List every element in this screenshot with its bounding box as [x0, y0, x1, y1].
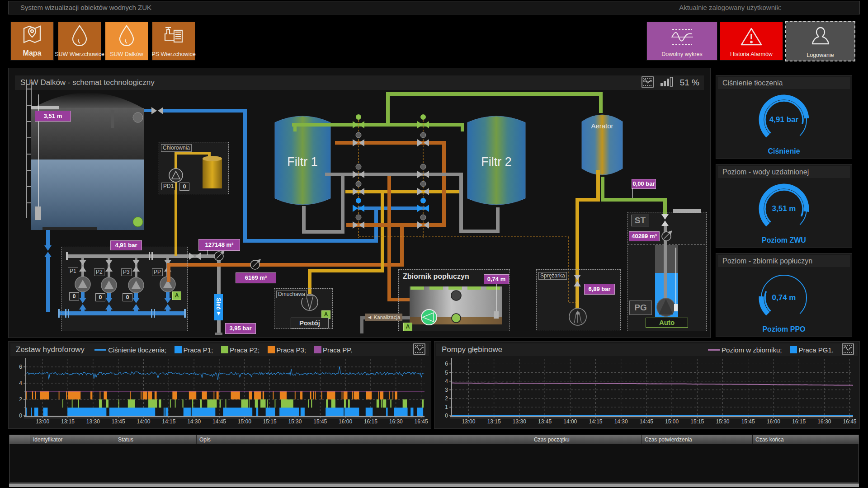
nav-button-suw-wierzchowice[interactable]: SUW Wierzchowice	[58, 22, 101, 61]
legend-item: Praca P1;	[175, 346, 213, 354]
pump-p1-state: 0	[69, 292, 79, 300]
status-band-segment	[273, 391, 274, 399]
legend-square-swatch	[314, 346, 321, 353]
chart-title: Zestaw hydroforowy	[16, 345, 85, 354]
status-band-segment	[66, 391, 67, 399]
alarm-table[interactable]: Identyfikator Status Opis Czas początku …	[9, 435, 859, 483]
gauge-value: 0,74 m	[716, 293, 852, 302]
legend-square-swatch	[221, 346, 228, 353]
status-band-segment	[366, 391, 372, 399]
pg-mode: Auto	[646, 318, 688, 328]
status-band-segment	[104, 391, 107, 399]
chart-title: Pompy głębinowe	[442, 345, 502, 354]
pump-pp-label: PP	[152, 268, 163, 276]
washings-pump-mode: A	[403, 323, 412, 331]
action-button-dowolny-wykres[interactable]: Dowolny wykres	[646, 22, 717, 61]
alarm-col-status[interactable]: Status	[115, 435, 197, 444]
washings-level-label: 0,74 m	[484, 274, 509, 284]
status-band-segment	[59, 391, 60, 399]
trend-chart-icon[interactable]	[413, 343, 425, 357]
status-band-segment	[280, 391, 287, 399]
alarm-col-czas-poczatku[interactable]: Czas początku	[531, 435, 642, 444]
filter2-tank[interactable]: Filtr 2	[467, 116, 525, 205]
status-band-segment	[410, 408, 413, 416]
status-band-segment	[207, 399, 217, 408]
status-band-segment	[331, 399, 335, 408]
x-tick-label: 13:30	[513, 418, 526, 425]
filter1-tank[interactable]: Filtr 1	[275, 116, 330, 205]
aeration-pressure-label: 0,00 bar	[632, 179, 656, 189]
x-tick-label: 14:00	[563, 418, 577, 425]
y-tick-label: 4	[445, 378, 448, 385]
status-band-segment	[202, 391, 207, 399]
x-tick-label: 14:45	[212, 418, 226, 425]
chart-svg: 13:0013:1513:3013:4514:0014:1514:3014:45…	[437, 356, 857, 427]
status-band-segment	[165, 408, 168, 416]
status-band-segment	[348, 399, 350, 408]
status-band-segment	[354, 391, 359, 399]
window-title-bar: System wizualizacji obiektów wodnych ZUK…	[8, 1, 860, 14]
action-button-logowanie[interactable]: Logowanie	[785, 21, 855, 61]
y-tick-label: 3	[445, 387, 448, 393]
x-tick-label: 15:15	[263, 418, 277, 425]
status-band-segment	[31, 408, 32, 416]
legend-line-swatch	[708, 349, 720, 351]
alarm-col-czas-konca[interactable]: Czas końca	[753, 435, 859, 444]
logged-user-label: Aktualnie zalogowany użytkownik:	[679, 1, 782, 14]
alarm-col-opis[interactable]: Opis	[197, 435, 531, 444]
alarm-col-marker	[9, 435, 30, 444]
status-band-segment	[118, 399, 119, 408]
legend-item: Ciśnienie tłoczenia;	[94, 346, 166, 354]
x-tick-label: 13:30	[86, 418, 100, 425]
status-band-segment	[34, 408, 38, 416]
status-band-segment	[99, 391, 100, 399]
clean-water-tank[interactable]	[26, 82, 144, 230]
st-label: ST	[631, 215, 649, 226]
nav-button-label: Mapa	[23, 49, 42, 57]
status-band-segment	[422, 399, 424, 408]
status-band-segment	[109, 408, 155, 416]
network-pressure-label: 3,95 bar	[225, 323, 256, 334]
x-tick-label: 16:15	[364, 418, 377, 425]
status-band-segment	[99, 399, 102, 408]
gauge-header: Poziom - wody uzdatnionej	[718, 166, 850, 178]
status-band-segment	[182, 399, 183, 408]
deep-wells-chart-plot: 13:0013:1513:3013:4514:0014:1514:3014:45…	[437, 356, 857, 427]
chart-legend: Poziom w zbiorniku;Praca PG1.	[512, 346, 842, 354]
status-band-segment	[106, 399, 108, 408]
alarm-col-identyfikator[interactable]: Identyfikator	[30, 435, 115, 444]
alarm-table-header: Identyfikator Status Opis Czas początku …	[9, 435, 859, 444]
network-flow-meter[interactable]	[214, 250, 225, 261]
status-band-segment	[381, 399, 382, 408]
x-tick-label: 14:00	[137, 418, 150, 425]
status-band-segment	[143, 391, 147, 399]
nav-button-suw-dalkow[interactable]: SUW Dalków	[105, 22, 148, 61]
pd1-label: PD1	[161, 183, 175, 190]
tank-inlet-valve[interactable]	[151, 107, 163, 114]
alarm-col-czas-potwierdzenia[interactable]: Czas potwierdzenia	[642, 435, 753, 444]
pd1-state: 0	[179, 183, 189, 191]
nav-button-mapa[interactable]: Mapa	[10, 22, 54, 61]
status-band-segment	[43, 408, 47, 416]
aerator-tank[interactable]: Aerator	[582, 115, 623, 175]
gauge-label: Poziom ZWU	[716, 236, 852, 244]
label-connector	[208, 250, 208, 255]
nav-button-ps-wierzchowice[interactable]: PS Wierzchowice	[152, 22, 195, 61]
status-band-segment	[295, 391, 296, 399]
x-tick-label: 13:45	[112, 418, 125, 425]
schematic-panel: SUW Dalków - schemat technologiczny	[8, 68, 711, 338]
x-tick-label: 15:00	[238, 418, 251, 425]
legend-square-swatch	[268, 346, 275, 353]
action-button-historia-alarmow[interactable]: Historia Alarmów	[720, 22, 783, 61]
chart-svg: 13:0013:1513:3013:4514:0014:1514:3014:45…	[11, 356, 428, 427]
alarm-table-scrollbar[interactable]	[9, 483, 859, 487]
tank-outlet-valve[interactable]	[44, 245, 52, 257]
status-band-segment	[342, 391, 343, 399]
pump-p2-label: P2	[94, 268, 104, 276]
pump-p3-label: P3	[121, 268, 132, 276]
pump-icon	[161, 25, 186, 51]
backwash-flow-meter[interactable]	[250, 259, 261, 269]
y-tick-label: 0	[445, 413, 448, 419]
status-band-segment	[170, 399, 171, 408]
trend-chart-icon[interactable]	[842, 343, 854, 357]
